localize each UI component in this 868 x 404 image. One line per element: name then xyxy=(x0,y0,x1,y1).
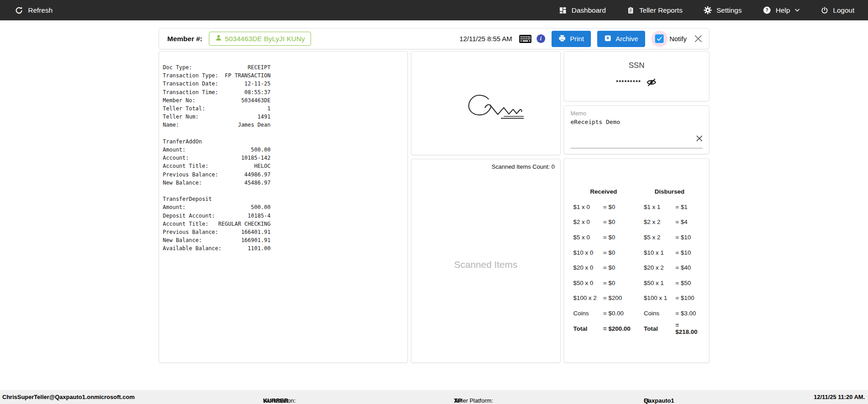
memo-label: Memo xyxy=(571,110,703,117)
cash-cell: $5 x 0 xyxy=(573,234,603,241)
notify-toggle[interactable]: Notify xyxy=(651,31,687,47)
member-number-label: Member #: xyxy=(167,35,203,43)
cash-cell: $10 x 0 xyxy=(573,249,603,256)
member-badge-text: 5034463DE ByLyJI KUNy xyxy=(225,35,305,43)
received-header: Received xyxy=(573,188,644,195)
archive-label: Archive xyxy=(616,35,638,43)
top-navbar: Refresh Dashboard Teller Reports Setting… xyxy=(0,0,868,20)
cash-cell: Coins xyxy=(573,310,603,317)
cash-cell: = $0 xyxy=(603,219,644,225)
cash-cell: = $1 xyxy=(675,204,700,210)
right-column: SSN ********* Memo eReceipts Demo xyxy=(564,51,709,363)
scanned-items-placeholder: Scanned Items xyxy=(454,259,517,270)
signature-image xyxy=(460,89,537,125)
printer-icon xyxy=(558,34,566,43)
memo-clear-icon[interactable] xyxy=(696,135,703,142)
close-icon[interactable] xyxy=(694,34,703,43)
info-icon[interactable]: i xyxy=(537,34,545,43)
notify-checkbox-icon xyxy=(655,34,664,43)
gear-icon xyxy=(703,6,712,14)
cash-cell: $5 x 2 xyxy=(644,234,675,241)
cash-cell: $100 x 1 xyxy=(644,295,675,301)
refresh-button[interactable]: Refresh xyxy=(14,6,52,15)
teller-reports-icon xyxy=(627,6,635,14)
cash-cell: $50 x 0 xyxy=(573,280,603,286)
receipt-text: Doc Type: RECEIPT Transaction Type: FP T… xyxy=(163,63,403,253)
scanned-items-count: Scanned Items Count: 0 xyxy=(492,163,555,170)
cash-drawer-panel: Received Disbursed $1 x 0= $0$1 x 1= $1 … xyxy=(564,158,709,363)
cash-cell: $100 x 2 xyxy=(573,295,603,301)
cash-cell: = $0 xyxy=(603,264,644,271)
memo-panel: Memo eReceipts Demo xyxy=(564,105,709,154)
cash-cell: Coins xyxy=(644,310,675,317)
person-icon xyxy=(215,34,222,43)
eye-slash-icon[interactable] xyxy=(646,77,657,88)
archive-button[interactable]: Archive xyxy=(597,31,645,47)
logout-label: Logout xyxy=(833,6,854,14)
cash-cell: $20 x 2 xyxy=(644,264,675,271)
cash-cell: = $10 xyxy=(675,234,700,241)
middle-column: Scanned Items Count: 0 Scanned Items xyxy=(411,51,561,363)
panel-grid: Doc Type: RECEIPT Transaction Type: FP T… xyxy=(159,51,709,363)
teller-reports-label: Teller Reports xyxy=(639,6,683,14)
cash-cell: $1 x 1 xyxy=(644,204,675,210)
cash-table: Received Disbursed $1 x 0= $0$1 x 1= $1 … xyxy=(573,184,700,336)
navbar-right: Dashboard Teller Reports Settings ? Help xyxy=(559,6,854,14)
cash-cell: $2 x 2 xyxy=(644,219,675,225)
cash-total-cell: = $200.00 xyxy=(603,325,644,332)
power-icon xyxy=(821,6,829,14)
cash-cell: = $3.00 xyxy=(675,310,700,317)
member-header-bar: Member #: 5034463DE ByLyJI KUNy 12/11/25… xyxy=(159,28,709,49)
chevron-down-icon xyxy=(795,9,800,12)
nav-dashboard[interactable]: Dashboard xyxy=(559,6,606,14)
nav-settings[interactable]: Settings xyxy=(703,6,742,14)
checkbox-ripple xyxy=(651,31,668,47)
status-bar: ChrisSuperTeller@Qaxpauto1.onmicrosoft.c… xyxy=(0,390,868,404)
print-label: Print xyxy=(570,35,584,43)
cash-cell: = $0 xyxy=(603,280,644,286)
cash-total-cell: Total xyxy=(644,325,675,332)
dashboard-icon xyxy=(559,6,567,14)
cash-cell: $50 x 1 xyxy=(644,280,675,286)
member-badge[interactable]: 5034463DE ByLyJI KUNy xyxy=(209,32,311,46)
receipt-panel: Doc Type: RECEIPT Transaction Type: FP T… xyxy=(159,51,408,363)
memo-text[interactable]: eReceipts Demo xyxy=(571,119,703,125)
keyboard-icon[interactable] xyxy=(519,34,532,43)
footer-datetime: 12/11/25 11:20 AM. xyxy=(814,394,865,400)
cash-cell: = $0 xyxy=(603,234,644,241)
nav-logout[interactable]: Logout xyxy=(821,6,854,14)
svg-text:?: ? xyxy=(765,8,768,13)
dashboard-label: Dashboard xyxy=(571,6,606,14)
cash-cell: $10 x 1 xyxy=(644,249,675,256)
cash-cell: = $4 xyxy=(675,219,700,225)
scanned-items-panel: Scanned Items Count: 0 Scanned Items xyxy=(411,159,561,363)
settings-label: Settings xyxy=(717,6,742,14)
ssn-panel: SSN ********* xyxy=(564,51,709,101)
transaction-datetime: 12/11/25 8:55 AM xyxy=(459,35,512,43)
logged-in-user: ChrisSuperTeller@Qaxpauto1.onmicrosoft.c… xyxy=(2,394,135,400)
notify-label: Notify xyxy=(670,35,687,43)
ssn-title: SSN xyxy=(629,61,645,70)
cash-cell: = $0 xyxy=(603,249,644,256)
cash-cell: = $0 xyxy=(603,204,644,210)
cash-cell: $20 x 0 xyxy=(573,264,603,271)
cash-cell: = $10 xyxy=(675,249,700,256)
cash-cell: = $200 xyxy=(603,295,644,301)
cash-cell: $2 x 0 xyxy=(573,219,603,225)
nav-help[interactable]: ? Help xyxy=(763,6,800,14)
refresh-icon xyxy=(14,6,24,15)
cash-cell: = $40 xyxy=(675,264,700,271)
refresh-label: Refresh xyxy=(28,6,52,14)
help-label: Help xyxy=(776,6,790,14)
nav-teller-reports[interactable]: Teller Reports xyxy=(627,6,683,14)
cash-cell: = $0.00 xyxy=(603,310,644,317)
cash-total-cell: = $218.00 xyxy=(675,322,700,335)
cash-cell: = $50 xyxy=(675,280,700,286)
main-content: Member #: 5034463DE ByLyJI KUNy 12/11/25… xyxy=(159,28,709,363)
info-circle: i xyxy=(537,34,545,43)
disbursed-header: Disbursed xyxy=(644,188,700,195)
cash-total-cell: Total xyxy=(573,325,603,332)
help-icon: ? xyxy=(763,6,771,14)
print-button[interactable]: Print xyxy=(552,31,591,47)
signature-panel xyxy=(411,51,561,155)
